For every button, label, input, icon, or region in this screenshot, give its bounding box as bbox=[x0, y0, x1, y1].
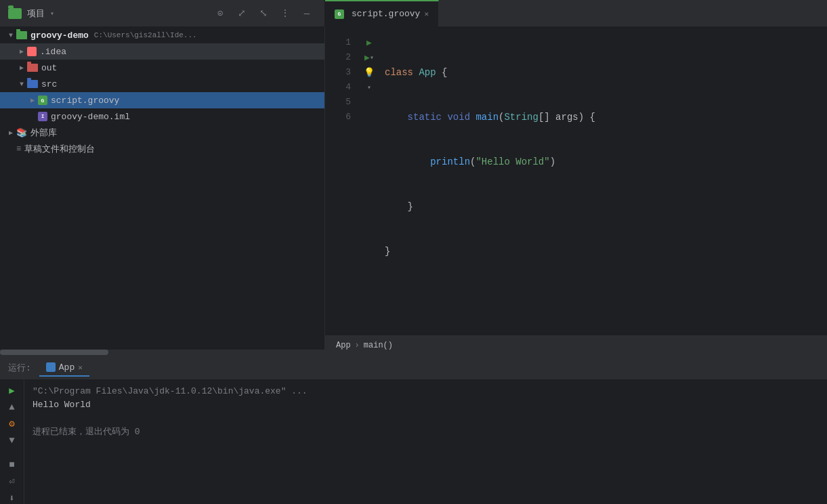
groovy-file-icon: G bbox=[335, 9, 344, 19]
bottom-sidebar: ▶ ▲ ⚙ ▼ ■ ⏎ ⬇ bbox=[0, 379, 24, 504]
console-output[interactable]: "C:\Program Files\Java\jdk-11.0.12\bin\j… bbox=[24, 379, 827, 504]
main-content: groovy-demo C:\Users\gis2all\Ide... .ide… bbox=[0, 27, 827, 355]
sidebar: groovy-demo C:\Users\gis2all\Ide... .ide… bbox=[0, 27, 325, 355]
top-bar-title: 项目 bbox=[27, 7, 45, 20]
bottom-tab-app[interactable]: App ✕ bbox=[39, 360, 89, 377]
code-line-1: class App { bbox=[385, 65, 827, 80]
extlib-arrow[interactable] bbox=[5, 127, 16, 138]
src-label: src bbox=[41, 79, 57, 89]
line-num-1: 1 bbox=[325, 35, 359, 50]
code-content[interactable]: class App { static void main(String[] ar… bbox=[379, 27, 827, 335]
line-num-6: 6 bbox=[325, 110, 359, 125]
extlib-label: 外部库 bbox=[30, 127, 57, 139]
tree-item-out[interactable]: out bbox=[0, 60, 324, 76]
scroll-up-button[interactable]: ▲ bbox=[4, 402, 20, 413]
line-num-5: 5 bbox=[325, 95, 359, 110]
gutter-run-1[interactable]: ▶ bbox=[359, 35, 379, 50]
tree-item-iml[interactable]: I groovy-demo.iml bbox=[0, 108, 324, 125]
file-tab-script-groovy[interactable]: G script.groovy ✕ bbox=[325, 0, 439, 26]
drafts-label: 草稿文件和控制台 bbox=[24, 143, 95, 155]
breadcrumb-method[interactable]: main() bbox=[364, 341, 393, 350]
line-num-2: 2 bbox=[325, 50, 359, 65]
target-icon-button[interactable]: ⊙ bbox=[211, 4, 230, 23]
project-folder-icon bbox=[8, 8, 22, 19]
line-numbers: 1 2 3 4 5 6 bbox=[325, 27, 359, 335]
scroll-down-button[interactable]: ▼ bbox=[4, 435, 20, 446]
run-label: 运行: bbox=[8, 362, 31, 374]
console-line-2: Hello World bbox=[33, 398, 819, 412]
code-line-5: } bbox=[385, 244, 827, 259]
out-arrow[interactable] bbox=[16, 62, 27, 73]
wrap-button[interactable]: ⏎ bbox=[4, 476, 20, 487]
bottom-panel: 运行: App ✕ ▶ ▲ ⚙ ▼ ■ ⏎ ⬇ "C:\Program File… bbox=[0, 355, 827, 504]
app-tab-icon bbox=[46, 362, 56, 372]
download-button[interactable]: ⬇ bbox=[4, 492, 20, 504]
out-label: out bbox=[41, 63, 57, 73]
src-arrow[interactable] bbox=[16, 79, 27, 89]
idea-folder-icon bbox=[27, 47, 37, 56]
expand-icon-button[interactable]: ⤢ bbox=[232, 4, 251, 23]
sidebar-scrollbar[interactable] bbox=[0, 350, 324, 355]
script-groovy-icon: G bbox=[38, 96, 47, 105]
idea-label: .idea bbox=[40, 47, 66, 57]
iml-file-icon: I bbox=[38, 112, 47, 121]
editor-panel: 1 2 3 4 5 6 ▶ ▶▾ 💡 ▾ class App { bbox=[325, 27, 827, 355]
root-path: C:\Users\gis2all\Ide... bbox=[94, 31, 197, 39]
stop-button[interactable]: ■ bbox=[4, 459, 20, 470]
drafts-icon: ≡ bbox=[16, 144, 21, 154]
code-line-4: } bbox=[385, 199, 827, 214]
top-bar-left: 项目 ▾ ⊙ ⤢ ⤡ ⋮ — bbox=[0, 0, 325, 26]
gutter-fold-4[interactable]: ▾ bbox=[359, 80, 379, 95]
tree-item-drafts[interactable]: ≡ 草稿文件和控制台 bbox=[0, 141, 324, 157]
bottom-content: ▶ ▲ ⚙ ▼ ■ ⏎ ⬇ "C:\Program Files\Java\jdk… bbox=[0, 379, 827, 504]
more-icon-button[interactable]: ⋮ bbox=[276, 4, 295, 23]
sidebar-content[interactable]: groovy-demo C:\Users\gis2all\Ide... .ide… bbox=[0, 27, 324, 350]
code-line-6 bbox=[385, 289, 827, 303]
extlib-icon: 📚 bbox=[16, 127, 27, 138]
editor-breadcrumb: App › main() bbox=[325, 335, 827, 355]
out-folder-icon bbox=[27, 64, 38, 72]
tree-root[interactable]: groovy-demo C:\Users\gis2all\Ide... bbox=[0, 27, 324, 43]
breadcrumb-arrow: › bbox=[355, 341, 360, 350]
src-folder-icon bbox=[27, 80, 38, 88]
top-bar-right: G script.groovy ✕ bbox=[325, 0, 827, 26]
tree-item-src[interactable]: src bbox=[0, 76, 324, 92]
tree-root-arrow[interactable] bbox=[5, 30, 16, 41]
bottom-tab-name: App bbox=[59, 362, 75, 373]
line-num-3: 3 bbox=[325, 65, 359, 80]
code-line-2: static void main(String[] args) { bbox=[385, 110, 827, 125]
gutter-bulb-3[interactable]: 💡 bbox=[359, 65, 379, 80]
tree-item-extlib[interactable]: 📚 外部库 bbox=[0, 125, 324, 141]
script-arrow[interactable] bbox=[27, 95, 38, 106]
run-button[interactable]: ▶ bbox=[4, 385, 20, 396]
console-line-1: "C:\Program Files\Java\jdk-11.0.12\bin\j… bbox=[33, 385, 819, 398]
sidebar-scrollbar-thumb bbox=[0, 350, 108, 355]
gutter-run-2[interactable]: ▶▾ bbox=[359, 50, 379, 65]
idea-arrow[interactable] bbox=[16, 46, 27, 57]
root-folder-icon bbox=[16, 31, 27, 39]
top-bar: 项目 ▾ ⊙ ⤢ ⤡ ⋮ — G script.groovy ✕ bbox=[0, 0, 827, 27]
top-bar-icons: ⊙ ⤢ ⤡ ⋮ — bbox=[211, 4, 316, 23]
chevron-down-icon[interactable]: ▾ bbox=[50, 9, 54, 18]
file-tab-close-icon[interactable]: ✕ bbox=[424, 9, 429, 18]
file-tab-name: script.groovy bbox=[352, 9, 420, 19]
settings-button[interactable]: ⚙ bbox=[4, 418, 20, 429]
console-line-4: 进程已结束，退出代码为 0 bbox=[33, 425, 819, 439]
tree-item-idea[interactable]: .idea bbox=[0, 43, 324, 60]
gutter-empty-5 bbox=[359, 95, 379, 110]
gutter: ▶ ▶▾ 💡 ▾ bbox=[359, 27, 379, 335]
minimize-icon-button[interactable]: — bbox=[297, 4, 316, 23]
breadcrumb-class[interactable]: App bbox=[336, 341, 351, 350]
editor-area[interactable]: 1 2 3 4 5 6 ▶ ▶▾ 💡 ▾ class App { bbox=[325, 27, 827, 335]
root-label: groovy-demo bbox=[30, 30, 89, 41]
script-groovy-label: script.groovy bbox=[51, 96, 119, 106]
code-line-3: println("Hello World") bbox=[385, 154, 827, 169]
bottom-tab-close-icon[interactable]: ✕ bbox=[78, 363, 83, 372]
tree-item-script-groovy[interactable]: G script.groovy bbox=[0, 92, 324, 108]
gutter-empty-6 bbox=[359, 110, 379, 125]
bottom-tabs: 运行: App ✕ bbox=[0, 356, 827, 379]
collapse-icon-button[interactable]: ⤡ bbox=[254, 4, 273, 23]
console-line-3 bbox=[33, 412, 819, 425]
line-num-4: 4 bbox=[325, 80, 359, 95]
iml-label: groovy-demo.iml bbox=[51, 112, 130, 122]
